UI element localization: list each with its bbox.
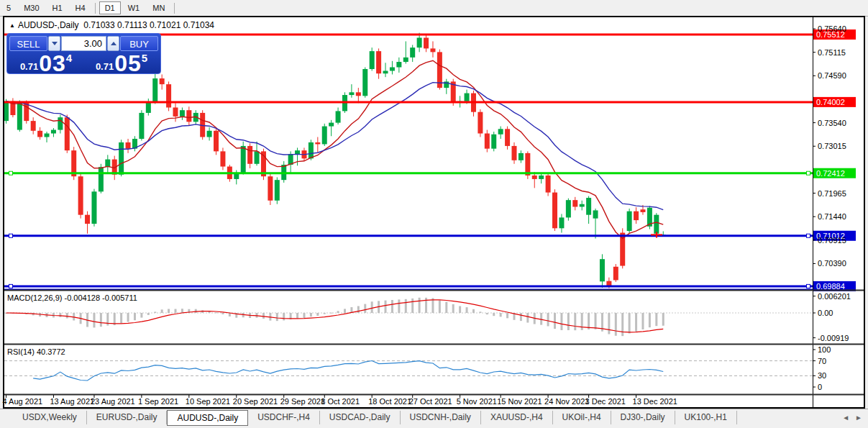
svg-text:70: 70 — [818, 357, 826, 365]
svg-text:100: 100 — [818, 345, 831, 354]
candle — [152, 78, 157, 102]
candle — [139, 113, 144, 139]
svg-text:0.006201: 0.006201 — [818, 292, 851, 301]
candle — [4, 101, 9, 121]
chart-tab-eurusd-daily[interactable]: EURUSD-,Daily — [87, 411, 168, 424]
candle — [65, 117, 70, 150]
chart-ohlc-values: 0.71033 0.71113 0.71021 0.71034 — [83, 20, 214, 30]
chart-tab-audusd-daily[interactable]: AUDUSD-,Daily — [167, 410, 248, 426]
candle — [383, 70, 388, 73]
svg-text:0.00: 0.00 — [818, 309, 833, 317]
candle — [396, 62, 401, 67]
candle — [78, 176, 83, 214]
candle — [512, 146, 517, 160]
candle — [580, 204, 585, 207]
svg-text:0.70915: 0.70915 — [818, 236, 846, 245]
hline-handle[interactable] — [807, 171, 810, 175]
svg-text:0.71965: 0.71965 — [818, 189, 846, 198]
volume-input[interactable]: 3.00 — [61, 36, 106, 51]
svg-text:13 Dec 2021: 13 Dec 2021 — [633, 397, 677, 406]
candle — [539, 176, 544, 179]
candle — [552, 193, 557, 229]
svg-text:0.75640: 0.75640 — [818, 24, 846, 33]
candle — [518, 153, 524, 160]
sell-price-button[interactable]: 0.71034 — [9, 52, 83, 74]
date-axis: 4 Aug 202113 Aug 202123 Aug 20211 Sep 20… — [3, 395, 677, 406]
candle — [160, 78, 165, 84]
candle — [126, 142, 131, 149]
candle — [207, 131, 212, 137]
volume-increase-button[interactable] — [107, 36, 119, 51]
candle — [37, 131, 42, 137]
buy-price-pip-digit: 5 — [142, 52, 147, 64]
chart-tab-uk100-h1[interactable]: UK100-,H1 — [675, 411, 737, 424]
candle — [322, 127, 327, 145]
chart-tab-usdcnh-daily[interactable]: USDCNH-,Daily — [401, 411, 481, 424]
candle — [17, 102, 22, 130]
sell-price-prefix: 0.71 — [20, 61, 38, 72]
svg-text:18 Oct 2021: 18 Oct 2021 — [368, 397, 411, 406]
candle — [505, 129, 510, 146]
svg-text:0.71440: 0.71440 — [818, 212, 846, 221]
hline-handle[interactable] — [9, 171, 13, 175]
candle — [424, 37, 429, 48]
candle — [180, 110, 185, 117]
svg-text:0.74002: 0.74002 — [816, 98, 845, 106]
candle — [600, 259, 605, 281]
candle — [186, 110, 191, 122]
tab-scroll-right-icon[interactable]: ► — [855, 414, 862, 422]
chart-tab-xauusd-h4[interactable]: XAUUSD-,H4 — [481, 411, 553, 424]
candle — [85, 215, 90, 224]
triangle-down-icon — [52, 42, 58, 45]
candle — [362, 69, 367, 96]
tab-scroll-left-icon[interactable]: ◄ — [842, 414, 849, 422]
candle — [627, 211, 632, 231]
candle — [336, 111, 341, 122]
chart-tab-usdcad-daily[interactable]: USDCAD-,Daily — [320, 411, 401, 424]
svg-text:-0.00919: -0.00919 — [818, 334, 849, 342]
candle — [119, 142, 124, 175]
hline-handle[interactable] — [807, 284, 810, 288]
chart-tab-usdx-weekly[interactable]: USDX,Weekly — [13, 411, 87, 424]
chart-header: ▲AUDUSD-,Daily 0.71033 0.71113 0.71021 0… — [9, 20, 214, 30]
sell-price-pip-digit: 4 — [66, 52, 72, 64]
sell-button[interactable]: SELL — [9, 36, 47, 51]
candle — [572, 200, 577, 206]
candle — [166, 84, 171, 107]
candle — [491, 135, 496, 149]
sell-price-big-digits: 03 — [39, 53, 66, 74]
candle — [593, 210, 598, 218]
svg-text:23 Aug 2021: 23 Aug 2021 — [91, 397, 135, 406]
candle — [99, 167, 104, 191]
svg-text:0.69884: 0.69884 — [816, 282, 845, 291]
chart-tab-dj30-daily[interactable]: DJ30-,Daily — [611, 411, 675, 424]
candle — [51, 130, 56, 134]
candle — [146, 102, 151, 113]
candle — [403, 58, 408, 62]
candle — [478, 112, 483, 134]
hline-handle[interactable] — [807, 234, 810, 237]
candle — [465, 94, 470, 101]
collapse-chart-icon[interactable]: ▲ — [9, 22, 15, 29]
svg-text:29 Sep 2021: 29 Sep 2021 — [280, 397, 325, 406]
buy-price-button[interactable]: 0.71055 — [85, 52, 158, 74]
chart-tab-ukoil-h4[interactable]: UKOil-,H4 — [553, 411, 611, 424]
buy-button[interactable]: BUY — [120, 36, 158, 51]
candle — [417, 37, 422, 47]
hline-handle[interactable] — [9, 234, 13, 237]
candle — [640, 209, 645, 212]
candle — [485, 134, 490, 149]
svg-text:10 Sep 2021: 10 Sep 2021 — [186, 397, 230, 406]
hline-handle[interactable] — [9, 284, 13, 288]
svg-text:0.74590: 0.74590 — [818, 71, 846, 80]
svg-text:13 Aug 2021: 13 Aug 2021 — [50, 397, 94, 406]
chart-tab-bar: USDX,WeeklyEURUSD-,DailyAUDUSD-,DailyUSD… — [0, 409, 868, 428]
mt4-window: 5M30H1H4D1W1MN 0.755120.740020.724120.71… — [0, 0, 868, 428]
candle — [430, 48, 435, 52]
volume-decrease-button[interactable] — [48, 36, 60, 51]
chart-tab-usdchf-h4[interactable]: USDCHF-,H4 — [248, 411, 320, 424]
candle — [173, 107, 178, 116]
candle — [586, 198, 591, 215]
candle — [349, 92, 354, 95]
candle — [654, 215, 659, 234]
